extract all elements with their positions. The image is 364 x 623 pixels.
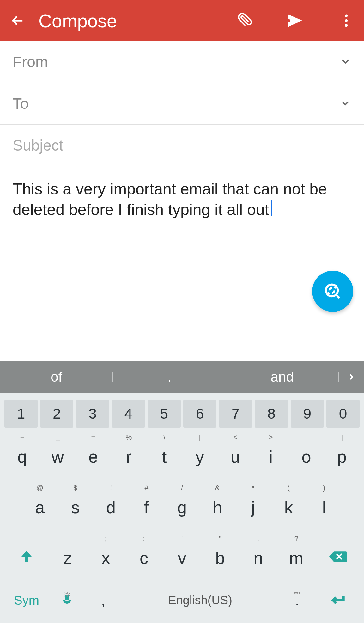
key-z[interactable]: -z bbox=[49, 534, 87, 579]
enter-key[interactable] bbox=[315, 591, 360, 609]
mic-settings-icon: ⁞✲ bbox=[63, 591, 70, 598]
from-field[interactable]: From bbox=[0, 41, 364, 83]
app-header: Compose bbox=[0, 0, 364, 41]
num-key-2[interactable]: 2 bbox=[40, 400, 73, 428]
key-x[interactable]: ;x bbox=[87, 534, 125, 579]
num-key-3[interactable]: 3 bbox=[76, 400, 109, 428]
key-j[interactable]: *j bbox=[235, 484, 271, 528]
key-i[interactable]: >i bbox=[253, 433, 288, 478]
comma-key[interactable]: , bbox=[85, 592, 121, 609]
to-label: To bbox=[13, 95, 339, 112]
num-key-5[interactable]: 5 bbox=[148, 400, 181, 428]
key-m[interactable]: ?m bbox=[277, 534, 315, 579]
suggestion-1[interactable]: of bbox=[0, 369, 113, 385]
key-v[interactable]: 'v bbox=[163, 534, 201, 579]
suggestion-bar: of . and bbox=[0, 361, 364, 393]
key-l[interactable]: )l bbox=[306, 484, 342, 528]
key-h[interactable]: &h bbox=[200, 484, 235, 528]
key-e[interactable]: =e bbox=[76, 433, 111, 478]
svg-point-0 bbox=[345, 15, 348, 17]
key-o[interactable]: [o bbox=[288, 433, 324, 478]
key-b[interactable]: "b bbox=[201, 534, 239, 579]
chevron-down-icon bbox=[339, 97, 351, 110]
key-t[interactable]: \t bbox=[147, 433, 182, 478]
key-p[interactable]: ]p bbox=[324, 433, 360, 478]
text-cursor bbox=[271, 200, 272, 216]
letter-row-3: -z;x:c'v"b,n?m bbox=[0, 531, 364, 582]
key-w[interactable]: _w bbox=[40, 433, 75, 478]
key-c[interactable]: :c bbox=[125, 534, 163, 579]
back-button[interactable] bbox=[9, 12, 26, 29]
search-refresh-fab[interactable] bbox=[312, 271, 353, 312]
letter-row-2: @a$s!d#f/g&h*j(k)l bbox=[0, 481, 364, 531]
key-a[interactable]: @a bbox=[22, 484, 58, 528]
send-button[interactable] bbox=[287, 12, 303, 29]
key-u[interactable]: <u bbox=[217, 433, 253, 478]
suggestion-2[interactable]: . bbox=[113, 369, 226, 385]
shift-key[interactable] bbox=[4, 534, 49, 579]
num-key-8[interactable]: 8 bbox=[255, 400, 288, 428]
num-key-4[interactable]: 4 bbox=[112, 400, 145, 428]
num-key-9[interactable]: 9 bbox=[291, 400, 324, 428]
key-n[interactable]: ,n bbox=[239, 534, 277, 579]
num-key-1[interactable]: 1 bbox=[4, 400, 38, 428]
key-k[interactable]: (k bbox=[271, 484, 306, 528]
space-key[interactable]: English(US) bbox=[121, 594, 279, 607]
from-label: From bbox=[13, 53, 339, 71]
suggestion-expand[interactable] bbox=[339, 369, 364, 385]
chevron-down-icon bbox=[339, 55, 351, 69]
sym-key[interactable]: Sym bbox=[4, 593, 49, 608]
num-key-0[interactable]: 0 bbox=[326, 400, 360, 428]
to-field[interactable]: To bbox=[0, 83, 364, 125]
key-g[interactable]: /g bbox=[164, 484, 200, 528]
key-f[interactable]: #f bbox=[129, 484, 164, 528]
key-q[interactable]: +q bbox=[4, 433, 40, 478]
backspace-key[interactable] bbox=[315, 534, 360, 579]
num-key-7[interactable]: 7 bbox=[219, 400, 252, 428]
body-text: This is a very important email that can … bbox=[13, 180, 327, 219]
key-r[interactable]: %r bbox=[111, 433, 146, 478]
num-key-6[interactable]: 6 bbox=[183, 400, 216, 428]
key-s[interactable]: $s bbox=[58, 484, 93, 528]
suggestion-3[interactable]: and bbox=[226, 369, 339, 385]
keyboard: of . and 1234567890 +q_w=e%r\t|y<u>i[o]p… bbox=[0, 361, 364, 623]
mic-key[interactable]: ⁞✲ bbox=[49, 593, 85, 607]
subject-placeholder: Subject bbox=[13, 137, 351, 154]
attach-button[interactable] bbox=[236, 12, 252, 29]
subject-field[interactable]: Subject bbox=[0, 125, 364, 166]
svg-point-1 bbox=[345, 19, 348, 22]
key-y[interactable]: |y bbox=[182, 433, 217, 478]
number-row: 1234567890 bbox=[0, 393, 364, 430]
bottom-row: Sym ⁞✲ , English(US) ••• . bbox=[0, 582, 364, 623]
key-d[interactable]: !d bbox=[93, 484, 129, 528]
period-key[interactable]: ••• . bbox=[279, 592, 315, 609]
page-title: Compose bbox=[39, 10, 223, 31]
svg-point-2 bbox=[345, 24, 348, 27]
letter-row-1: +q_w=e%r\t|y<u>i[o]p bbox=[0, 430, 364, 481]
more-menu-button[interactable] bbox=[338, 12, 355, 29]
email-body-field[interactable]: This is a very important email that can … bbox=[0, 166, 364, 233]
